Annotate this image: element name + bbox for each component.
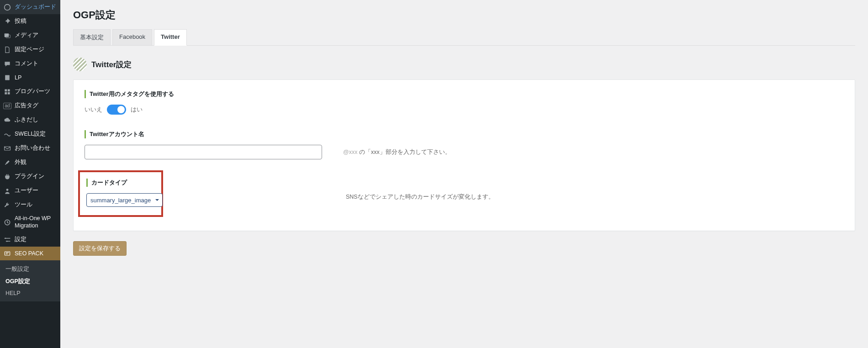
sidebar-item-label: 設定 xyxy=(15,236,26,243)
sidebar-submenu: 一般設定 OGP設定 HELP xyxy=(0,260,60,301)
user-icon xyxy=(4,187,11,195)
sidebar-item-label: ふきだし xyxy=(15,116,38,124)
sidebar-item-lp[interactable]: LP xyxy=(0,71,60,84)
svg-rect-8 xyxy=(5,147,11,150)
sidebar-item-label: ユーザー xyxy=(15,187,38,195)
svg-rect-13 xyxy=(5,252,10,255)
sidebar-item-posts[interactable]: 投稿 xyxy=(0,14,60,28)
account-help-at: @xxx xyxy=(343,149,357,155)
sidebar-item-contact[interactable]: お問い合わせ xyxy=(0,141,60,155)
sidebar-item-label: プラグイン xyxy=(15,173,44,180)
sidebar-sub-general[interactable]: 一般設定 xyxy=(0,263,60,275)
admin-sidebar: ダッシュボード 投稿 メディア 固定ページ コメント LP ブログパーツ ad … xyxy=(0,0,60,348)
svg-point-9 xyxy=(6,189,9,191)
card-type-highlight: カードタイプ summary_large_image xyxy=(78,170,163,217)
main-content: OGP設定 基本設定 Facebook Twitter Twitter設定 Tw… xyxy=(60,0,868,348)
grid-icon xyxy=(4,88,11,95)
dashboard-icon xyxy=(4,4,11,11)
seo-icon xyxy=(4,250,11,257)
sidebar-item-label: ダッシュボード xyxy=(15,3,56,11)
sidebar-sub-help[interactable]: HELP xyxy=(0,288,60,299)
migrate-icon xyxy=(4,219,11,226)
sidebar-item-blogparts[interactable]: ブログパーツ xyxy=(0,84,60,99)
sidebar-item-label: 固定ページ xyxy=(15,46,44,53)
mail-icon xyxy=(4,145,11,152)
sidebar-item-label: 投稿 xyxy=(15,17,26,25)
card-type-select[interactable]: summary_large_image xyxy=(86,193,163,207)
toggle-group-metatag: いいえ はい xyxy=(85,105,844,115)
svg-rect-5 xyxy=(8,89,10,91)
settings-icon xyxy=(4,236,11,243)
svg-rect-3 xyxy=(5,75,10,80)
sidebar-item-fukidashi[interactable]: ふきだし xyxy=(0,113,60,127)
sidebar-sub-ogp[interactable]: OGP設定 xyxy=(0,275,60,288)
svg-rect-1 xyxy=(5,33,9,37)
save-button[interactable]: 設定を保存する xyxy=(73,241,127,256)
media-icon xyxy=(4,32,11,39)
sidebar-item-swell[interactable]: SWELL設定 xyxy=(0,127,60,141)
sidebar-item-plugins[interactable]: プラグイン xyxy=(0,169,60,184)
section-header: Twitter設定 xyxy=(73,58,855,71)
svg-point-11 xyxy=(5,237,6,238)
settings-panel: Twitter用のメタタグを使用する いいえ はい Twitterアカウント名 … xyxy=(73,79,855,231)
cloud-icon xyxy=(4,116,11,124)
tab-facebook[interactable]: Facebook xyxy=(112,29,152,46)
page-icon xyxy=(4,46,11,53)
tool-icon xyxy=(4,201,11,209)
svg-rect-7 xyxy=(8,92,10,94)
sidebar-item-pages[interactable]: 固定ページ xyxy=(0,42,60,57)
sidebar-item-label: LP xyxy=(15,74,21,81)
toggle-on-label: はい xyxy=(131,106,143,114)
section-hatch-icon xyxy=(73,58,87,71)
section-title: Twitter設定 xyxy=(91,59,132,70)
toggle-off-label: いいえ xyxy=(85,106,102,114)
account-help-rest: の「xxx」部分を入力して下さい。 xyxy=(357,149,450,155)
sidebar-item-label: SWELL設定 xyxy=(15,130,46,138)
sidebar-item-label: All-in-One WP Migration xyxy=(15,215,57,229)
sidebar-item-adtag[interactable]: ad 広告タグ xyxy=(0,99,60,113)
pin-icon xyxy=(4,18,11,25)
sidebar-item-settings[interactable]: 設定 xyxy=(0,232,60,247)
sidebar-item-tools[interactable]: ツール xyxy=(0,198,60,212)
sidebar-item-media[interactable]: メディア xyxy=(0,28,60,42)
tab-bar: 基本設定 Facebook Twitter xyxy=(73,29,855,46)
field-label-cardtype: カードタイプ xyxy=(86,179,155,187)
sidebar-item-label: 外観 xyxy=(15,158,26,166)
metatag-toggle[interactable] xyxy=(107,105,126,115)
comment-icon xyxy=(4,60,11,68)
svg-rect-4 xyxy=(5,89,7,91)
svg-rect-6 xyxy=(5,92,7,94)
sidebar-item-label: ツール xyxy=(15,201,32,209)
account-help: @xxx の「xxx」部分を入力して下さい。 xyxy=(343,148,451,156)
cardtype-help: SNSなどでシェアした時のカードサイズが変化します。 xyxy=(346,193,494,201)
tab-twitter[interactable]: Twitter xyxy=(154,29,187,46)
sidebar-item-seopack[interactable]: SEO PACK xyxy=(0,247,60,260)
field-label-metatag: Twitter用のメタタグを使用する xyxy=(85,90,844,98)
plugin-icon xyxy=(4,173,11,180)
sidebar-item-label: ブログパーツ xyxy=(15,88,50,95)
sidebar-item-aio-migration[interactable]: All-in-One WP Migration xyxy=(0,212,60,232)
ad-icon: ad xyxy=(4,102,11,110)
sidebar-item-label: SEO PACK xyxy=(15,250,43,257)
sidebar-item-appearance[interactable]: 外観 xyxy=(0,155,60,169)
doc-icon xyxy=(4,74,11,81)
sidebar-item-comments[interactable]: コメント xyxy=(0,57,60,71)
tab-basic[interactable]: 基本設定 xyxy=(73,29,111,46)
sidebar-item-users[interactable]: ユーザー xyxy=(0,184,60,198)
field-label-account: Twitterアカウント名 xyxy=(85,130,844,138)
sidebar-item-label: お問い合わせ xyxy=(15,144,50,152)
brush-icon xyxy=(4,159,11,166)
sidebar-item-dashboard[interactable]: ダッシュボード xyxy=(0,0,60,14)
sidebar-item-label: コメント xyxy=(15,60,38,68)
sidebar-item-label: メディア xyxy=(15,32,38,39)
page-title: OGP設定 xyxy=(73,8,855,22)
svg-point-12 xyxy=(6,241,7,242)
twitter-account-input[interactable] xyxy=(85,145,322,159)
sidebar-item-label: 広告タグ xyxy=(15,102,38,110)
swell-icon xyxy=(4,131,11,138)
